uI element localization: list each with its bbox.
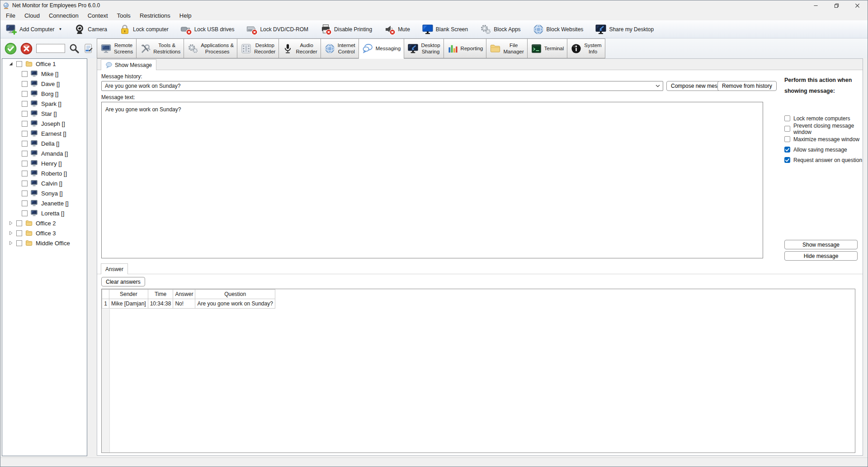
checkbox-unchecked[interactable] bbox=[784, 136, 790, 142]
hide-message-button[interactable]: Hide message bbox=[784, 251, 858, 261]
tab-answer[interactable]: Answer bbox=[101, 263, 128, 274]
tree-item-dave[interactable]: Dave [] bbox=[2, 79, 87, 89]
tab-system-info[interactable]: System Info bbox=[567, 38, 605, 58]
tree-checkbox[interactable] bbox=[16, 230, 22, 236]
tree-item-henry[interactable]: Henry [] bbox=[2, 158, 87, 168]
tab-file-manager[interactable]: File Manager bbox=[486, 38, 527, 58]
tree-item-roberto[interactable]: Roberto [] bbox=[2, 168, 87, 178]
tree-item-mike[interactable]: Mike [] bbox=[2, 69, 87, 79]
tree-group-office-1[interactable]: Office 1 bbox=[2, 59, 87, 69]
tab-desktop-recorder[interactable]: Desktop Recorder bbox=[237, 38, 279, 58]
message-history-combobox[interactable]: Are you gone work on Sunday? bbox=[101, 81, 663, 91]
caret-collapsed-icon[interactable] bbox=[9, 231, 13, 235]
toolbar-button-lock-computer[interactable]: Lock computer bbox=[118, 22, 172, 37]
close-button[interactable] bbox=[847, 0, 868, 10]
tree-checkbox[interactable] bbox=[22, 91, 28, 97]
tree-checkbox[interactable] bbox=[22, 210, 28, 216]
tree-item-jeanette[interactable]: Jeanette [] bbox=[2, 198, 87, 208]
caret-collapsed-icon[interactable] bbox=[9, 241, 13, 245]
toolbar-button-mute[interactable]: Mute bbox=[382, 22, 414, 37]
connect-ok-button[interactable] bbox=[5, 43, 17, 55]
checkbox-unchecked[interactable] bbox=[784, 115, 790, 121]
clear-answers-button[interactable]: Clear answers bbox=[101, 277, 145, 286]
option-maximize-message-window[interactable]: Maximize message window bbox=[784, 134, 866, 144]
tree-item-borg[interactable]: Borg [] bbox=[2, 89, 87, 99]
tree-checkbox[interactable] bbox=[22, 71, 28, 77]
table-row[interactable]: 1Mike [Damjan]10:34:38No!Are you gone wo… bbox=[102, 299, 275, 309]
tree-item-calvin[interactable]: Calvin [] bbox=[2, 178, 87, 188]
toolbar-button-block-websites[interactable]: Block Websites bbox=[531, 22, 587, 37]
tree-checkbox[interactable] bbox=[22, 200, 28, 206]
menu-help[interactable]: Help bbox=[175, 10, 196, 20]
menu-file[interactable]: File bbox=[1, 10, 20, 20]
checkbox-checked[interactable] bbox=[784, 157, 790, 163]
checkbox-checked[interactable] bbox=[784, 147, 790, 152]
toolbar-button-lock-dvd-cd-rom[interactable]: Lock DVD/CD-ROM bbox=[245, 22, 312, 37]
option-prevent-closing-message-window[interactable]: Prevent closing message window bbox=[784, 124, 866, 134]
toolbar-button-add-computer[interactable]: Add Computer▼ bbox=[4, 22, 66, 37]
message-text-area[interactable]: Are you gone work on Sunday? bbox=[101, 102, 763, 258]
dropdown-arrow-icon[interactable]: ▼ bbox=[58, 27, 62, 31]
tab-audio-recorder[interactable]: Audio Recorder bbox=[278, 38, 321, 58]
tab-applications-processes[interactable]: Applications & Processes bbox=[184, 38, 237, 58]
minimize-button[interactable] bbox=[805, 0, 826, 10]
toolbar-button-camera[interactable]: Camera bbox=[72, 22, 111, 37]
tab-desktop-sharing[interactable]: Desktop Sharing bbox=[404, 38, 443, 58]
caret-collapsed-icon[interactable] bbox=[9, 221, 13, 225]
toolbar-button-share-my-desktop[interactable]: Share my Desktop bbox=[594, 22, 657, 37]
caret-expanded-icon[interactable] bbox=[9, 62, 13, 66]
remove-from-history-button[interactable]: Remove from history bbox=[717, 81, 777, 91]
tab-tools-restrictions[interactable]: Tools & Restrictions bbox=[136, 38, 184, 58]
tree-item-loretta[interactable]: Loretta [] bbox=[2, 208, 87, 218]
menu-context[interactable]: Context bbox=[83, 10, 113, 20]
tree-checkbox[interactable] bbox=[22, 141, 28, 147]
maximize-restore-button[interactable] bbox=[826, 0, 847, 10]
combobox-arrow[interactable] bbox=[653, 81, 663, 91]
toolbar-button-lock-usb-drives[interactable]: Lock USB drives bbox=[179, 22, 238, 37]
tree-checkbox[interactable] bbox=[16, 61, 22, 67]
menu-connection[interactable]: Connection bbox=[44, 10, 83, 20]
option-request-answer-on-question[interactable]: Request answer on question bbox=[784, 155, 866, 165]
menu-tools[interactable]: Tools bbox=[113, 10, 135, 20]
tree-checkbox[interactable] bbox=[16, 240, 22, 246]
tree-item-joseph[interactable]: Joseph [] bbox=[2, 119, 87, 129]
tree-checkbox[interactable] bbox=[22, 171, 28, 176]
tree-checkbox[interactable] bbox=[22, 81, 28, 87]
tab-show-message[interactable]: Show Message bbox=[101, 59, 156, 70]
tree-checkbox[interactable] bbox=[22, 161, 28, 167]
tree-group-middle-office[interactable]: Middle Office bbox=[2, 238, 87, 248]
tab-internet-control[interactable]: Internet Control bbox=[321, 38, 359, 58]
search-icon[interactable] bbox=[69, 43, 80, 54]
tab-reporting[interactable]: Reporting bbox=[443, 38, 487, 58]
toolbar-button-blank-screen[interactable]: Blank Screen bbox=[420, 22, 472, 37]
show-message-button[interactable]: Show message bbox=[784, 240, 858, 249]
tree-checkbox[interactable] bbox=[22, 121, 28, 127]
tab-terminal[interactable]: Terminal bbox=[527, 38, 567, 58]
tree-item-della[interactable]: Della [] bbox=[2, 138, 87, 148]
notes-icon[interactable] bbox=[83, 43, 94, 54]
tree-group-office-3[interactable]: Office 3 bbox=[2, 228, 87, 238]
tree-group-office-2[interactable]: Office 2 bbox=[2, 218, 87, 228]
tab-messaging[interactable]: Messaging bbox=[359, 38, 405, 59]
tree-item-earnest[interactable]: Earnest [] bbox=[2, 129, 87, 138]
option-allow-saving-message[interactable]: Allow saving message bbox=[784, 144, 866, 155]
disconnect-button[interactable] bbox=[20, 43, 33, 55]
tree-checkbox[interactable] bbox=[22, 131, 28, 137]
tree-checkbox[interactable] bbox=[16, 220, 22, 226]
tree-item-sonya[interactable]: Sonya [] bbox=[2, 188, 87, 198]
tab-remote-screens[interactable]: Remote Screens bbox=[97, 38, 137, 58]
search-input[interactable] bbox=[36, 44, 65, 53]
menu-restrictions[interactable]: Restrictions bbox=[135, 10, 175, 20]
checkbox-unchecked[interactable] bbox=[784, 126, 790, 132]
tree-checkbox[interactable] bbox=[22, 151, 28, 157]
toolbar-button-block-apps[interactable]: Block Apps bbox=[478, 22, 524, 37]
menu-cloud[interactable]: Cloud bbox=[20, 10, 44, 20]
tree-checkbox[interactable] bbox=[22, 191, 28, 196]
tree-checkbox[interactable] bbox=[22, 101, 28, 107]
toolbar-button-disable-printing[interactable]: Disable Printing bbox=[319, 22, 376, 37]
tree-checkbox[interactable] bbox=[22, 111, 28, 117]
tree-item-star[interactable]: Star [] bbox=[2, 109, 87, 119]
tree-item-spark[interactable]: Spark [] bbox=[2, 99, 87, 109]
tree-item-amanda[interactable]: Amanda [] bbox=[2, 148, 87, 158]
tree-checkbox[interactable] bbox=[22, 181, 28, 186]
